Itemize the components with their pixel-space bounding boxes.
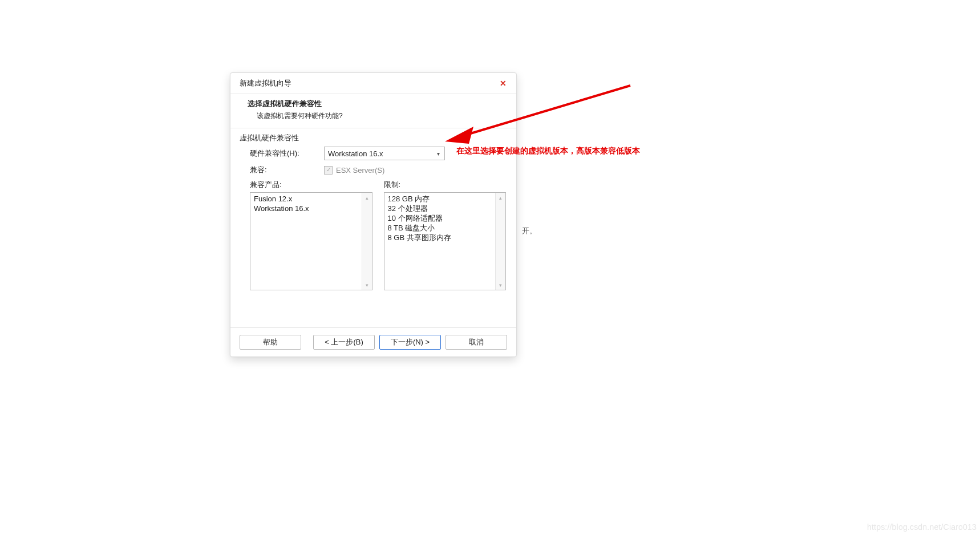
dialog-footer: 帮助 < 上一步(B) 下一步(N) > 取消 [230,327,516,356]
compat-label: 兼容: [240,165,324,175]
hw-compat-dropdown[interactable]: Workstation 16.x ▾ [324,147,445,160]
products-list-content: Fusion 12.x Workstation 16.x [254,194,361,213]
header-title: 选择虚拟机硬件兼容性 [248,99,505,109]
row-compat: 兼容: ✓ ESX Server(S) [240,165,507,175]
lists-row: 兼容产品: Fusion 12.x Workstation 16.x ▴ ▾ 限… [240,180,507,290]
hw-compat-label: 硬件兼容性(H): [240,148,324,159]
esx-checkbox: ✓ [324,166,333,175]
background-ghost-text: 开。 [522,226,537,236]
titlebar: 新建虚拟机向导 ✕ [230,73,516,94]
list-item: 8 GB 共享图形内存 [388,233,495,242]
list-item: Workstation 16.x [254,204,361,213]
check-icon: ✓ [326,167,331,173]
scroll-up-icon[interactable]: ▴ [362,193,372,202]
list-item: 8 TB 磁盘大小 [388,223,495,233]
esx-checkbox-label: ESX Server(S) [336,166,384,175]
group-label: 虚拟机硬件兼容性 [240,133,507,143]
next-button[interactable]: 下一步(N) > [379,335,441,350]
scroll-down-icon[interactable]: ▾ [496,280,505,290]
watermark-text: https://blog.csdn.net/Ciaro013 [867,522,977,532]
products-column: 兼容产品: Fusion 12.x Workstation 16.x ▴ ▾ [250,180,372,290]
hw-compat-value: Workstation 16.x [328,149,383,158]
products-label: 兼容产品: [250,180,372,190]
products-listbox[interactable]: Fusion 12.x Workstation 16.x ▴ ▾ [250,192,372,290]
content-area: 虚拟机硬件兼容性 硬件兼容性(H): Workstation 16.x ▾ 兼容… [230,128,516,327]
limits-listbox[interactable]: 128 GB 内存 32 个处理器 10 个网络适配器 8 TB 磁盘大小 8 … [384,192,507,290]
back-button[interactable]: < 上一步(B) [313,335,375,350]
products-scrollbar[interactable]: ▴ ▾ [362,193,372,290]
esx-checkbox-wrap: ✓ ESX Server(S) [324,166,384,175]
limits-list-content: 128 GB 内存 32 个处理器 10 个网络适配器 8 TB 磁盘大小 8 … [388,194,495,242]
scroll-up-icon[interactable]: ▴ [496,193,505,202]
limits-scrollbar[interactable]: ▴ ▾ [495,193,505,290]
header-subtitle: 该虚拟机需要何种硬件功能? [257,111,505,121]
wizard-dialog: 新建虚拟机向导 ✕ 选择虚拟机硬件兼容性 该虚拟机需要何种硬件功能? 虚拟机硬件… [230,72,517,357]
list-item: Fusion 12.x [254,194,361,204]
list-item: 128 GB 内存 [388,194,495,204]
list-item: 32 个处理器 [388,204,495,213]
limits-column: 限制: 128 GB 内存 32 个处理器 10 个网络适配器 8 TB 磁盘大… [384,180,507,290]
annotation-text: 在这里选择要创建的虚拟机版本，高版本兼容低版本 [456,146,640,156]
chevron-down-icon: ▾ [434,149,442,157]
close-icon: ✕ [500,79,507,87]
header-area: 选择虚拟机硬件兼容性 该虚拟机需要何种硬件功能? [230,94,516,128]
limits-label: 限制: [384,180,507,190]
cancel-button[interactable]: 取消 [446,335,507,350]
help-button[interactable]: 帮助 [240,335,301,350]
dialog-title: 新建虚拟机向导 [240,78,291,88]
scroll-down-icon[interactable]: ▾ [362,280,372,290]
list-item: 10 个网络适配器 [388,213,495,223]
close-button[interactable]: ✕ [497,77,509,90]
